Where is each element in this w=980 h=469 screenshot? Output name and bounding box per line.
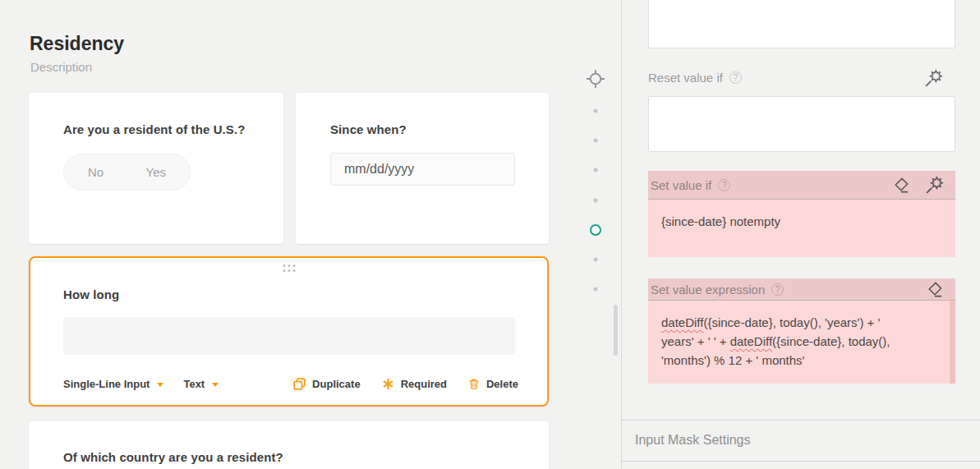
property-editor-top[interactable] (648, 0, 955, 48)
page-dot-current[interactable] (590, 224, 601, 236)
date-input[interactable]: mm/dd/yyyy (330, 153, 515, 186)
trash-icon (467, 377, 481, 391)
toggle-option-yes[interactable]: Yes (146, 165, 166, 179)
page-dot[interactable] (594, 109, 598, 113)
set-value-expression-header: Set value expression ? (648, 278, 955, 301)
page-dot[interactable] (594, 139, 598, 143)
magic-wand-icon[interactable] (924, 69, 943, 88)
required-label: Required (401, 378, 447, 390)
input-type-dropdown[interactable]: Text (183, 378, 219, 390)
toggle-option-no[interactable]: No (88, 165, 104, 179)
question-card-country[interactable]: Of which country are you a resident? (29, 421, 549, 469)
set-value-if-header: Set value if ? (648, 171, 955, 200)
input-type-label: Text (183, 378, 205, 390)
section-divider (622, 461, 980, 462)
duplicate-button[interactable]: Duplicate (292, 377, 361, 391)
editor-scrollbar[interactable] (950, 301, 955, 384)
duplicate-icon (292, 377, 306, 391)
text-input-empty[interactable] (63, 317, 515, 355)
section-input-mask-settings[interactable]: Input Mask Settings (635, 433, 751, 448)
page-description[interactable]: Description (30, 60, 92, 74)
magic-wand-icon[interactable] (925, 176, 944, 195)
question-actions: Duplicate Required Delete (292, 377, 518, 391)
question-card-resident[interactable]: Are you a resident of the U.S.? No Yes (29, 93, 283, 244)
question-title-resident: Are you a resident of the U.S.? (63, 122, 245, 136)
duplicate-label: Duplicate (312, 378, 361, 390)
canvas-scrollbar-thumb[interactable] (614, 305, 618, 356)
reset-value-if-row: Reset value if ? (648, 71, 742, 85)
required-button[interactable]: Required (381, 377, 447, 391)
eraser-icon[interactable] (925, 280, 944, 299)
question-type-dropdown[interactable]: Single-Line Input (63, 378, 163, 390)
drag-handle-icon[interactable] (283, 264, 295, 272)
help-icon[interactable]: ? (729, 71, 742, 84)
question-type-label: Single-Line Input (63, 378, 150, 390)
question-title-how-long: How long (63, 287, 119, 301)
question-toolbar: Single-Line Input Text Duplicate Require… (63, 374, 518, 393)
set-value-if-editor[interactable]: {since-date} notempty (648, 200, 955, 257)
caret-down-icon (212, 383, 219, 387)
set-value-if-label: Set value if (651, 178, 711, 192)
set-value-expression-label: Set value expression (651, 283, 765, 297)
survey-creator-screen: Residency Description Are you a resident… (0, 0, 980, 469)
question-title-country: Of which country are you a resident? (63, 450, 283, 464)
section-divider (622, 420, 980, 421)
focus-crosshair-icon[interactable] (586, 69, 605, 89)
required-asterisk-icon (381, 377, 395, 391)
reset-value-if-editor[interactable] (648, 96, 955, 152)
help-icon[interactable]: ? (771, 283, 784, 296)
set-value-if-value: {since-date} notempty (661, 214, 780, 228)
delete-button[interactable]: Delete (467, 377, 518, 391)
question-card-since-when[interactable]: Since when? mm/dd/yyyy (296, 93, 549, 244)
page-dot[interactable] (594, 287, 598, 292)
reset-value-if-label: Reset value if (648, 71, 723, 85)
page-dot[interactable] (594, 198, 598, 202)
date-placeholder: mm/dd/yyyy (344, 162, 414, 177)
property-grid: Reset value if ? Set value if ? (622, 0, 980, 469)
set-value-expression-editor[interactable]: dateDiff({since-date}, today(), 'years')… (648, 301, 955, 384)
question-card-how-long-selected[interactable]: How long Single-Line Input Text Duplicat… (29, 256, 549, 407)
page-title[interactable]: Residency (30, 33, 124, 55)
eraser-icon[interactable] (891, 176, 910, 195)
page-dot[interactable] (594, 258, 598, 262)
caret-down-icon (157, 383, 163, 387)
help-icon[interactable]: ? (718, 179, 730, 191)
boolean-toggle: No Yes (63, 154, 191, 191)
question-title-since-when: Since when? (330, 122, 407, 136)
delete-label: Delete (486, 378, 518, 390)
page-dot[interactable] (594, 168, 598, 172)
